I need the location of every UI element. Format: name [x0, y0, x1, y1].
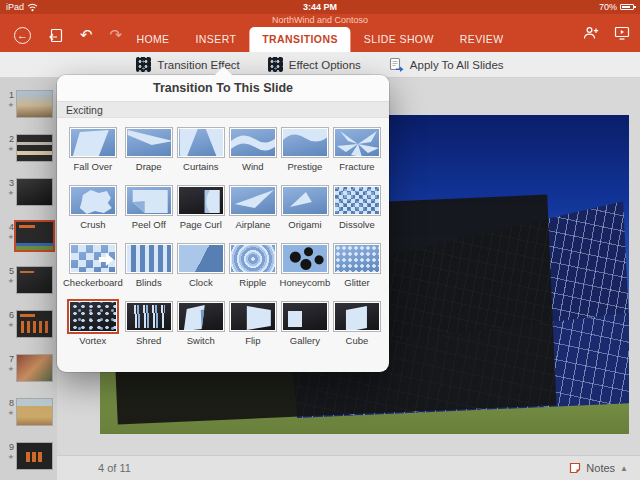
battery-icon [620, 4, 634, 10]
slide-thumbnail[interactable] [16, 310, 53, 338]
transition-tile-ripple[interactable]: Ripple [227, 238, 279, 296]
share-people-button[interactable] [583, 26, 599, 40]
slide-thumbnail-item-6[interactable]: 6 [0, 310, 57, 338]
slide-thumbnail-item-4[interactable]: 4 [0, 222, 57, 250]
transition-tile-glitter[interactable]: Glitter [331, 238, 383, 296]
slide-thumbnail-item-3[interactable]: 3 [0, 178, 57, 206]
slide-thumbnail-item-1[interactable]: 1 [0, 90, 57, 118]
transition-tile-flip[interactable]: Flip [227, 296, 279, 354]
back-button[interactable]: ← [14, 27, 31, 44]
slide-thumbnail-item-7[interactable]: 7 [0, 354, 57, 382]
ios-status-bar: iPad 3:44 PM 70% [0, 0, 640, 14]
transition-tile-shred[interactable]: Shred [123, 296, 175, 354]
slide-number: 2 [9, 134, 14, 144]
transition-label: Wind [242, 161, 264, 172]
effect-options-button[interactable]: Effect Options [268, 57, 361, 72]
transition-tile-fall-over[interactable]: Fall Over [63, 122, 123, 180]
transition-tile-drape[interactable]: Drape [123, 122, 175, 180]
transition-star-icon [8, 232, 14, 241]
transition-preview-icon [71, 245, 115, 272]
tab-transitions[interactable]: TRANSITIONS [249, 27, 351, 52]
transition-label: Blinds [136, 277, 162, 288]
transition-tile-dissolve[interactable]: Dissolve [331, 180, 383, 238]
transition-label: Ripple [239, 277, 266, 288]
transition-tile-gallery[interactable]: Gallery [279, 296, 331, 354]
transition-tile-vortex[interactable]: Vortex [63, 296, 123, 354]
transition-tile-switch[interactable]: Switch [175, 296, 227, 354]
transition-label: Drape [136, 161, 162, 172]
slide-thumbnail[interactable] [16, 178, 53, 206]
present-button[interactable] [614, 26, 630, 40]
transition-tile-curtains[interactable]: Curtains [175, 122, 227, 180]
tab-review[interactable]: REVIEW [447, 27, 517, 52]
tab-insert[interactable]: INSERT [183, 27, 250, 52]
transition-tile-crush[interactable]: Crush [63, 180, 123, 238]
tab-home[interactable]: HOME [123, 27, 182, 52]
transition-preview-icon [70, 302, 116, 331]
apply-to-all-icon [389, 57, 404, 72]
slide-number: 3 [9, 178, 14, 188]
transition-preview-icon [335, 245, 379, 272]
effect-options-label: Effect Options [289, 59, 361, 71]
slide-number: 9 [9, 442, 14, 452]
redo-button[interactable]: ↷ [110, 26, 123, 44]
transition-preview-icon [231, 303, 275, 330]
transition-label: Peel Off [132, 219, 166, 230]
transition-preview-icon [179, 187, 223, 214]
transition-star-icon [8, 364, 14, 373]
transition-label: Dissolve [339, 219, 375, 230]
file-share-button[interactable] [48, 28, 63, 43]
slide-thumbnail[interactable] [16, 398, 53, 426]
slide-number: 1 [9, 90, 14, 100]
transition-preview-icon [127, 245, 171, 272]
clock: 3:44 PM [0, 2, 640, 12]
transition-effect-icon [136, 57, 151, 72]
slide-thumbnail-item-5[interactable]: 5 [0, 266, 57, 294]
transition-label: Glitter [344, 277, 369, 288]
slide-thumbnail[interactable] [16, 222, 53, 250]
app-window: iPad 3:44 PM 70% NorthWind and Contoso ←… [0, 0, 640, 480]
slide-thumbnail-item-8[interactable]: 8 [0, 398, 57, 426]
tab-slide-show[interactable]: SLIDE SHOW [351, 27, 447, 52]
transition-tile-peel-off[interactable]: Peel Off [123, 180, 175, 238]
present-icon [614, 26, 630, 40]
apply-to-all-button[interactable]: Apply To All Slides [389, 57, 504, 72]
transition-label: Vortex [79, 335, 106, 346]
transition-tile-cube[interactable]: Cube [331, 296, 383, 354]
transition-grid: Fall Over Drape Curtains Wind Prestige F… [57, 118, 389, 354]
transition-preview-icon [71, 187, 115, 214]
back-arrow-icon: ← [14, 27, 31, 44]
transition-tile-prestige[interactable]: Prestige [279, 122, 331, 180]
slide-thumbnail-item-2[interactable]: 2 [0, 134, 57, 162]
transition-preview-icon [231, 187, 275, 214]
transition-star-icon [8, 276, 14, 285]
notes-expand-icon: ▲ [620, 464, 628, 473]
transition-preview-icon [283, 245, 327, 272]
transition-tile-page-curl[interactable]: Page Curl [175, 180, 227, 238]
slide-thumbnail[interactable] [16, 354, 53, 382]
transition-preview-icon [231, 129, 275, 156]
transition-star-icon [8, 452, 14, 461]
transition-effect-label: Transition Effect [157, 59, 239, 71]
transition-tile-blinds[interactable]: Blinds [123, 238, 175, 296]
slide-thumbnail[interactable] [16, 266, 53, 294]
slide-thumbnail-item-9[interactable]: 9 [0, 442, 57, 470]
transition-tile-fracture[interactable]: Fracture [331, 122, 383, 180]
transition-tile-wind[interactable]: Wind [227, 122, 279, 180]
slide-thumbnail[interactable] [16, 134, 53, 162]
transition-star-icon [8, 408, 14, 417]
slide-number: 4 [9, 222, 14, 232]
slide-number: 6 [9, 310, 14, 320]
transition-label: Honeycomb [280, 277, 331, 288]
transition-tile-origami[interactable]: Origami [279, 180, 331, 238]
transition-tile-honeycomb[interactable]: Honeycomb [279, 238, 331, 296]
transition-tile-checkerboard[interactable]: Checkerboard [63, 238, 123, 296]
undo-button[interactable]: ↶ [80, 26, 93, 44]
slide-thumbnail[interactable] [16, 90, 53, 118]
notes-button[interactable]: Notes ▲ [569, 462, 628, 474]
slide-thumbnail[interactable] [16, 442, 53, 470]
transition-preview-icon [71, 129, 115, 156]
transition-tile-clock[interactable]: Clock [175, 238, 227, 296]
transition-preview-icon [231, 245, 275, 272]
transition-tile-airplane[interactable]: Airplane [227, 180, 279, 238]
